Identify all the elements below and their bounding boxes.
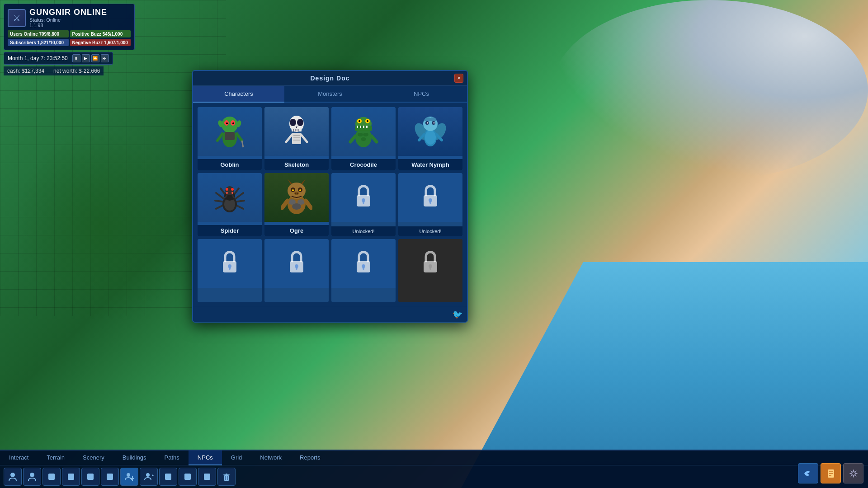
svg-point-110 [146,473,150,477]
toolbar-tab-paths[interactable]: Paths [156,450,189,465]
lock-icon-3 [218,239,241,288]
locked4-image [398,239,462,288]
tab-npcs[interactable]: NPCs [376,86,467,103]
character-card-unlocked1[interactable]: Unlocked! [331,173,396,236]
skeleton-label: Skeleton [264,159,329,170]
modal-close-button[interactable]: × [454,74,463,83]
modal-footer: 🐦 [193,307,467,322]
modal-header: Design Doc × [193,71,467,86]
svg-rect-35 [366,126,368,128]
lock-icon-1 [352,173,375,222]
character-card-crocodile[interactable]: Crocodile [331,107,396,170]
character-card-locked3[interactable] [331,239,396,302]
toolbar-btn-square4[interactable] [101,468,119,486]
br-icon-docs[interactable] [821,463,841,483]
svg-point-65 [226,188,228,191]
lock-icon-6 [419,239,442,288]
br-icon-settings[interactable] [843,463,863,483]
pause-button[interactable]: ⏸ [72,54,80,62]
spider-image [198,173,262,222]
svg-line-81 [282,201,288,208]
svg-rect-91 [229,267,231,270]
character-card-goblin[interactable]: Goblin [198,107,262,170]
toolbar-tab-grid[interactable]: Grid [222,450,251,465]
lock-icon-4 [285,239,308,288]
locked1-image [198,239,262,288]
svg-rect-104 [68,474,74,480]
toolbar-btn-square1[interactable] [42,468,61,486]
toolbar-btn-square2[interactable] [62,468,80,486]
hud-panel: ⚔ GUNGNIR ONLINE Status: Online 1.1.98 U… [4,4,135,50]
water-nymph-image [398,107,462,156]
svg-point-68 [231,192,233,194]
character-card-locked2[interactable] [264,239,329,302]
map-forest [0,113,203,339]
svg-point-38 [359,120,360,122]
svg-rect-33 [360,126,361,128]
unlocked1-label: Unlocked! [331,226,396,236]
toolbar-btn-person1[interactable] [4,468,22,486]
skeleton-image [264,107,329,156]
character-card-unlocked2[interactable]: Unlocked! [398,173,462,236]
goblin-image [198,107,262,156]
svg-rect-19 [292,129,302,131]
tab-characters[interactable]: Characters [193,86,284,103]
svg-point-49 [427,122,429,124]
toolbar-tab-network[interactable]: Network [251,450,291,465]
character-card-locked1[interactable] [198,239,262,302]
play-button[interactable]: ▶ [82,54,90,62]
svg-rect-106 [107,474,113,480]
toolbar-tab-scenery[interactable]: Scenery [74,450,113,465]
svg-point-7 [232,122,234,124]
water-nymph-label: Water Nymph [398,159,462,170]
toolbar-btn-square3[interactable] [81,468,99,486]
net-worth-display: net worth: $-22,666 [53,68,100,74]
svg-point-67 [226,192,228,194]
skip-button[interactable]: ⏭ [101,54,109,62]
toolbar-tab-terrain[interactable]: Terrain [38,450,74,465]
tab-monsters[interactable]: Monsters [284,86,376,103]
toolbar-btn-npc-place[interactable] [120,468,138,486]
bottom-toolbar: Interact Terrain Scenery Buildings Paths… [0,450,868,488]
toolbar-btn-square6[interactable] [179,468,197,486]
crocodile-image [331,107,396,156]
svg-line-82 [306,201,311,208]
cash-display: cash: $127,334 [7,68,44,74]
svg-point-50 [434,122,435,124]
svg-point-28 [363,133,368,136]
game-status: Status: Online [29,17,107,23]
toolbar-btn-person2[interactable] [23,468,41,486]
br-icon-bird[interactable] [798,463,818,483]
toolbar-tab-interact[interactable]: Interact [0,450,38,465]
svg-point-6 [226,122,228,124]
negative-buzz-stat: Negative Buzz 1,607/1,000 [70,39,131,46]
toolbar-tab-reports[interactable]: Reports [291,450,330,465]
svg-rect-103 [48,474,55,480]
unlocked2-image [398,173,462,222]
modal-tabs: Characters Monsters NPCs [193,86,467,103]
character-card-water-nymph[interactable]: Water Nymph [398,107,462,170]
svg-point-80 [297,193,298,194]
svg-point-101 [10,473,15,477]
character-card-locked4[interactable] [398,239,462,302]
toolbar-btn-npc-tool[interactable] [140,468,158,486]
toolbar-tab-buildings[interactable]: Buildings [113,450,156,465]
game-version: 1.1.98 [29,23,107,28]
toolbar-btn-trash[interactable] [217,468,236,486]
character-card-skeleton[interactable]: Skeleton [264,107,329,170]
toolbar-tab-npcs[interactable]: NPCs [189,450,222,465]
design-doc-modal: Design Doc × Characters Monsters NPCs [192,70,468,323]
character-card-spider[interactable]: Spider [198,173,262,236]
svg-rect-105 [87,474,94,480]
svg-rect-88 [429,201,431,204]
svg-rect-114 [224,475,229,481]
character-card-ogre[interactable]: Ogre [264,173,329,236]
goblin-label: Goblin [198,159,262,170]
toolbar-btn-square5[interactable] [159,468,177,486]
ogre-label: Ogre [264,225,329,236]
character-grid: Goblin [193,103,467,307]
fast-forward-button[interactable]: ⏩ [91,54,99,62]
svg-line-41 [372,136,377,142]
time-bar: Month 1, day 7: 23:52:50 ⏸ ▶ ⏩ ⏭ [4,52,113,65]
toolbar-btn-square7[interactable] [198,468,216,486]
